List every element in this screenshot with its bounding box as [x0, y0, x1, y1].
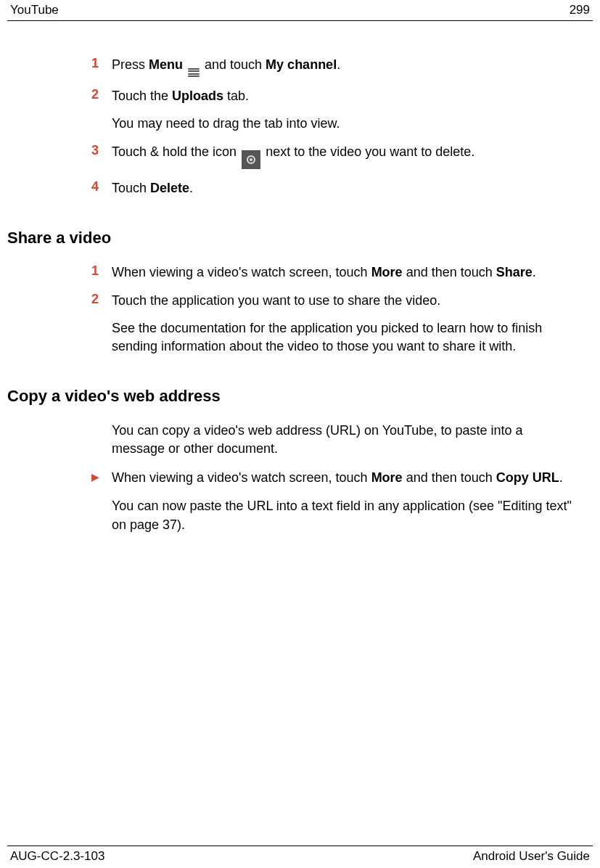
- bold-text: Uploads: [172, 89, 223, 103]
- text: and touch: [201, 57, 266, 72]
- step-item: 2 Touch the Uploads tab. You may need to…: [91, 87, 578, 133]
- step-subtext: See the documentation for the applicatio…: [112, 319, 578, 356]
- page-content: 1 Press Menu and touch My channel. 2 Tou…: [7, 56, 593, 535]
- video-thumbnail-icon: [242, 150, 260, 169]
- step-item: 1 Press Menu and touch My channel.: [91, 56, 578, 77]
- text: next to the video you want to delete.: [262, 144, 474, 159]
- bold-text: Share: [496, 265, 533, 279]
- step-text: Press Menu and touch My channel.: [112, 56, 578, 77]
- step-number: 1: [91, 263, 112, 282]
- heading-copy-url: Copy a video's web address: [7, 387, 593, 406]
- footer-left: AUG-CC-2.3-103: [10, 849, 104, 864]
- text: .: [533, 265, 536, 279]
- text: Touch the: [112, 89, 172, 103]
- bold-text: My channel: [266, 57, 337, 72]
- bold-text: Copy URL: [496, 470, 559, 485]
- text: .: [189, 181, 193, 195]
- bold-text: Delete: [150, 181, 189, 195]
- step-item: 4 Touch Delete.: [91, 179, 578, 198]
- step-text: Touch the application you want to use to…: [112, 292, 578, 356]
- step-item: 1 When viewing a video's watch screen, t…: [91, 263, 578, 282]
- text: Touch the application you want to use to…: [112, 293, 440, 308]
- text: and then touch: [403, 265, 496, 279]
- text: When viewing a video's watch screen, tou…: [112, 265, 371, 279]
- bold-text: More: [371, 265, 403, 279]
- steps-group-2: 1 When viewing a video's watch screen, t…: [91, 263, 578, 356]
- step-text: When viewing a video's watch screen, tou…: [112, 263, 578, 282]
- page-footer: AUG-CC-2.3-103 Android User's Guide: [7, 846, 593, 864]
- step-number: 2: [91, 87, 112, 133]
- text: [183, 57, 186, 72]
- bullet-text: When viewing a video's watch screen, tou…: [112, 469, 578, 488]
- text: and then touch: [403, 470, 496, 485]
- text: tab.: [223, 89, 249, 103]
- step-number: 3: [91, 143, 112, 169]
- text: When viewing a video's watch screen, tou…: [112, 470, 371, 485]
- footer-right: Android User's Guide: [473, 849, 590, 864]
- step-text: Touch Delete.: [112, 179, 578, 198]
- bullet-item: ▶ When viewing a video's watch screen, t…: [91, 469, 578, 488]
- heading-share-video: Share a video: [7, 229, 593, 247]
- step-text: Touch the Uploads tab. You may need to d…: [112, 87, 578, 133]
- bold-text: Menu: [149, 57, 183, 72]
- menu-icon: [188, 68, 200, 77]
- bold-text: More: [371, 470, 403, 485]
- step-number: 4: [91, 179, 112, 198]
- text: Touch & hold the icon: [112, 144, 240, 159]
- text: Touch: [112, 181, 150, 195]
- step-item: 2 Touch the application you want to use …: [91, 292, 578, 356]
- step-subtext: You may need to drag the tab into view.: [112, 115, 578, 134]
- step-text: Touch & hold the icon next to the video …: [112, 143, 578, 169]
- intro-text: You can copy a video's web address (URL)…: [112, 422, 578, 459]
- page-number: 299: [570, 3, 590, 17]
- triangle-bullet-icon: ▶: [91, 469, 112, 488]
- step-number: 2: [91, 292, 112, 356]
- text: .: [337, 57, 340, 72]
- bullet-subtext: You can now paste the URL into a text fi…: [112, 497, 578, 534]
- header-left: YouTube: [10, 3, 59, 17]
- steps-group-1: 1 Press Menu and touch My channel. 2 Tou…: [91, 56, 578, 198]
- text: .: [559, 470, 563, 485]
- step-number: 1: [91, 56, 112, 77]
- text: Press: [112, 57, 149, 72]
- page-header: YouTube 299: [7, 3, 593, 21]
- step-item: 3 Touch & hold the icon next to the vide…: [91, 143, 578, 169]
- page: YouTube 299 1 Press Menu and touch My ch…: [0, 0, 600, 868]
